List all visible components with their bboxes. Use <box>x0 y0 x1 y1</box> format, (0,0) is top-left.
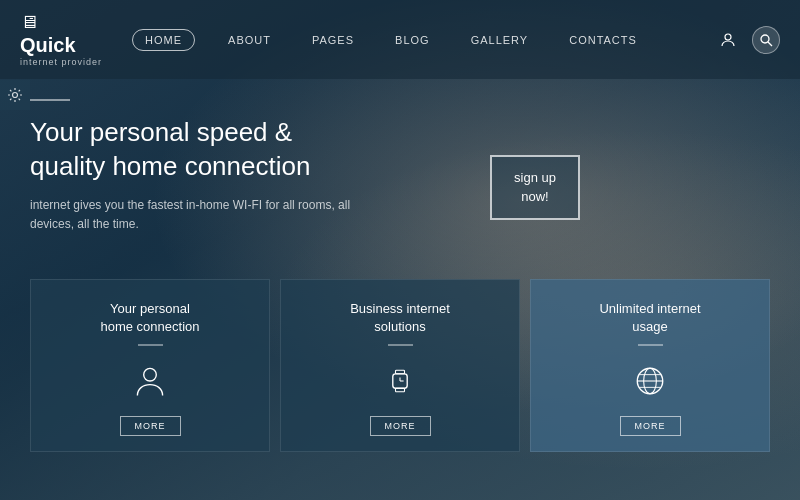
hero-subtitle: internet gives you the fastest in-home W… <box>30 196 360 234</box>
globe-icon <box>630 361 670 401</box>
svg-point-1 <box>761 35 769 43</box>
cards-section: Your personalhome connection MORE Busine… <box>0 259 800 452</box>
logo-subtitle: internet provider <box>20 57 102 67</box>
nav-about[interactable]: ABOUT <box>220 30 279 50</box>
user-icon[interactable] <box>714 26 742 54</box>
card-divider-3 <box>638 344 663 346</box>
card-personal-more-button[interactable]: MORE <box>120 416 181 436</box>
header-icons <box>714 26 780 54</box>
logo[interactable]: 🖥 Quick internet provider <box>20 12 102 67</box>
card-business-title: Business internetsolutions <box>350 300 450 336</box>
card-divider-2 <box>388 344 413 346</box>
header: 🖥 Quick internet provider HOME ABOUT PAG… <box>0 0 800 79</box>
svg-point-4 <box>144 369 157 382</box>
card-unlimited-title: Unlimited internetusage <box>599 300 700 336</box>
nav-home[interactable]: HOME <box>132 29 195 51</box>
nav-blog[interactable]: BLOG <box>387 30 438 50</box>
card-personal-title: Your personalhome connection <box>100 300 199 336</box>
nav-gallery[interactable]: GALLERY <box>463 30 537 50</box>
card-personal: Your personalhome connection MORE <box>30 279 270 452</box>
monitor-icon: 🖥 <box>20 12 38 33</box>
hero-title: Your personal speed &quality home connec… <box>30 116 410 184</box>
main-nav: HOME ABOUT PAGES BLOG GALLERY CONTACTS <box>132 29 714 51</box>
svg-line-2 <box>768 42 772 46</box>
hero-divider <box>30 99 70 101</box>
svg-point-0 <box>725 34 731 40</box>
card-unlimited-more-button[interactable]: MORE <box>620 416 681 436</box>
search-icon[interactable] <box>752 26 780 54</box>
card-business-more-button[interactable]: MORE <box>370 416 431 436</box>
card-business: Business internetsolutions MORE <box>280 279 520 452</box>
nav-pages[interactable]: PAGES <box>304 30 362 50</box>
logo-text: Quick <box>20 35 76 55</box>
hero-section: Your personal speed &quality home connec… <box>0 79 800 244</box>
card-unlimited: Unlimited internetusage MORE <box>530 279 770 452</box>
signup-button[interactable]: sign up now! <box>490 155 580 220</box>
watch-icon <box>382 361 418 401</box>
card-divider-1 <box>138 344 163 346</box>
nav-contacts[interactable]: CONTACTS <box>561 30 645 50</box>
person-icon <box>132 361 168 401</box>
